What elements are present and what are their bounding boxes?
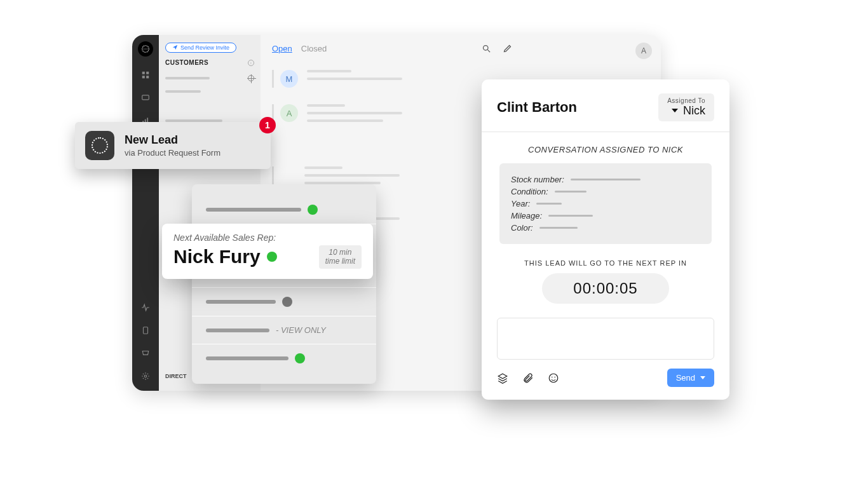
svg-point-17 (552, 376, 553, 377)
team-list-card: - VIEW ONLY (192, 184, 376, 384)
placeholder-bar (536, 203, 562, 205)
field-label-color: Color: (511, 223, 533, 233)
svg-point-3 (147, 48, 147, 49)
status-dot-offline-icon (282, 297, 292, 307)
svg-point-2 (145, 48, 146, 49)
field-label-stock-number: Stock number: (511, 175, 564, 184)
customers-heading: CUSTOMERS (165, 59, 208, 66)
svg-point-18 (555, 376, 556, 377)
conversation-item[interactable]: A (272, 104, 516, 122)
grid-icon[interactable] (141, 71, 150, 79)
status-dot-online-icon (267, 252, 277, 262)
nav-rail (132, 35, 159, 391)
assigned-banner: CONVERSATION ASSIGNED TO NICK (497, 145, 714, 154)
device-icon[interactable] (141, 326, 150, 335)
status-dot-online-icon (295, 353, 305, 363)
svg-rect-4 (142, 72, 145, 74)
app-logo-icon (138, 41, 153, 57)
placeholder-bar (165, 90, 201, 93)
gear-icon[interactable] (141, 372, 150, 381)
tab-open[interactable]: Open (272, 44, 292, 53)
send-button[interactable]: Send (667, 369, 714, 387)
direct-heading: DIRECT (165, 373, 187, 379)
conversation-item[interactable]: M (272, 70, 516, 88)
team-member-row[interactable] (192, 288, 376, 316)
next-rep-label: Next Available Sales Rep: (173, 233, 362, 243)
svg-rect-12 (144, 327, 148, 334)
conversation-item[interactable] (272, 166, 516, 184)
placeholder-bar (206, 329, 269, 332)
field-label-year: Year: (511, 199, 530, 208)
svg-line-15 (487, 50, 490, 52)
chat-bubble-icon (141, 44, 150, 53)
avatar: A (280, 104, 298, 122)
next-rep-popover: Next Available Sales Rep: Nick Fury 10 m… (162, 224, 373, 279)
placeholder-bar (206, 356, 288, 360)
compose-icon[interactable] (503, 44, 512, 53)
view-only-label: - VIEW ONLY (276, 325, 326, 335)
tab-closed[interactable]: Closed (301, 44, 327, 53)
placeholder-bar (307, 119, 383, 122)
pulse-icon[interactable] (141, 303, 150, 312)
placeholder-bar (304, 166, 342, 169)
conversation-tabs: Open Closed (272, 44, 516, 53)
svg-rect-5 (146, 72, 149, 74)
send-button-label: Send (676, 373, 695, 383)
svg-point-1 (144, 48, 144, 49)
placeholder-bar (307, 78, 402, 80)
target-icon (248, 75, 254, 81)
customer-row[interactable] (165, 90, 254, 93)
time-limit-badge: 10 min time limit (319, 245, 362, 269)
conversation-detail-panel: Clint Barton Assigned To Nick CONVERSATI… (482, 79, 729, 400)
customer-name: Clint Barton (497, 99, 577, 116)
team-member-row[interactable] (192, 344, 376, 372)
message-compose-input[interactable] (497, 318, 714, 360)
svg-rect-7 (146, 76, 149, 78)
avatar: M (280, 70, 298, 88)
status-dot-online-icon (308, 205, 318, 215)
placeholder-bar (548, 215, 593, 217)
toast-title: New Lead (125, 133, 220, 147)
info-icon[interactable]: i (248, 60, 254, 66)
divider (482, 132, 729, 132)
next-rep-name: Nick Fury (173, 246, 261, 268)
placeholder-bar (555, 191, 587, 193)
emoji-icon[interactable] (548, 372, 559, 384)
team-member-row[interactable]: - VIEW ONLY (192, 316, 376, 344)
placeholder-bar (539, 227, 578, 229)
assigned-to-label: Assigned To (667, 97, 705, 104)
message-icon[interactable] (141, 93, 150, 102)
chat-bubble-icon (92, 137, 108, 154)
time-limit-line1: 10 min (325, 248, 355, 257)
countdown-timer: 00:00:05 (542, 273, 669, 304)
countdown-label: THIS LEAD WILL GO TO THE NEXT REP IN (497, 259, 714, 267)
svg-point-13 (144, 375, 147, 377)
notification-badge: 1 (259, 117, 276, 133)
svg-point-16 (549, 374, 558, 383)
svg-rect-6 (142, 76, 145, 78)
paper-plane-icon (172, 44, 178, 50)
placeholder-bar (307, 70, 351, 72)
chevron-down-icon (672, 109, 678, 112)
time-limit-line2: time limit (325, 257, 355, 266)
send-review-invite-button[interactable]: Send Review Invite (165, 43, 236, 53)
send-review-label: Send Review Invite (180, 44, 229, 51)
search-icon[interactable] (482, 44, 491, 53)
svg-rect-8 (142, 95, 149, 100)
placeholder-bar (165, 77, 210, 79)
placeholder-bar (307, 112, 402, 114)
cart-icon[interactable] (141, 349, 150, 358)
current-user-avatar[interactable]: A (635, 43, 652, 59)
chevron-down-icon (700, 376, 705, 379)
placeholder-bar (307, 104, 345, 107)
layers-icon[interactable] (497, 372, 508, 384)
customer-row[interactable] (165, 75, 254, 81)
toast-subtitle: via Product Request Form (125, 148, 220, 158)
lead-details-card: Stock number: Condition: Year: Mileage: … (499, 163, 712, 244)
attachment-icon[interactable] (522, 372, 534, 384)
team-member-row[interactable] (192, 196, 376, 224)
svg-point-14 (484, 46, 489, 51)
field-label-mileage: Mileage: (511, 211, 542, 220)
new-lead-toast[interactable]: New Lead via Product Request Form 1 (75, 122, 271, 169)
assigned-to-dropdown[interactable]: Assigned To Nick (658, 93, 714, 121)
